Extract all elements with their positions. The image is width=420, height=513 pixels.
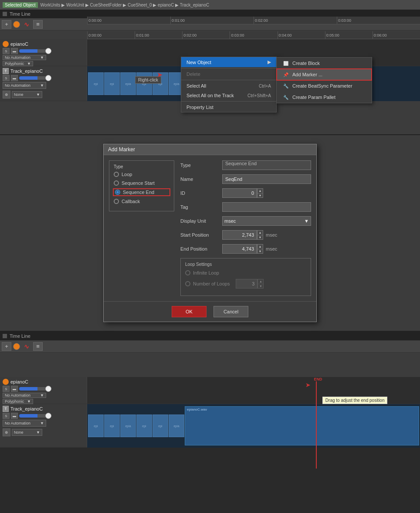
- ruler-mark-6: 0:06:00: [373, 31, 420, 39]
- radio-callback-circle: [114, 199, 119, 204]
- ctx-add-marker[interactable]: 📌 Add Marker ...: [277, 69, 372, 80]
- ctx-separator-2: [181, 80, 276, 80]
- add-button[interactable]: +: [2, 20, 11, 29]
- param-pallet-icon: 🔧: [282, 94, 290, 101]
- s3-slider-2[interactable]: [19, 414, 50, 418]
- loop-count-input[interactable]: [236, 279, 257, 289]
- num-loops-circle: [185, 281, 190, 286]
- cancel-button[interactable]: Cancel: [213, 306, 248, 317]
- s3-automation-1[interactable]: No Automation ▼: [3, 393, 46, 398]
- track-ctrl-m2[interactable]: ▬: [11, 75, 18, 81]
- mode-dropdown-2[interactable]: None ▼: [12, 91, 42, 98]
- s3-toolbar: + ∿ ≡ 0:00:00 0:01:00 0:02:00 0:03:00: [0, 340, 420, 353]
- ctx-create-param-pallet[interactable]: 🔧 Create Param Pallet: [277, 92, 372, 103]
- breadcrumb-path: WorkUnits ▶ WorkUnit ▶ CueSheetFolder ▶ …: [41, 3, 210, 7]
- slider-thumb: [45, 48, 51, 54]
- start-pos-down[interactable]: ▼: [257, 235, 263, 240]
- radio-sequence-end[interactable]: Sequence End: [114, 189, 169, 195]
- start-pos-input[interactable]: [222, 230, 257, 240]
- radio-loop-circle: [114, 172, 119, 177]
- id-up-arrow[interactable]: ▲: [257, 189, 263, 194]
- ctx-delete[interactable]: Delete: [181, 69, 276, 79]
- form-label-end-pos: End Position: [180, 246, 220, 251]
- start-pos-up[interactable]: ▲: [257, 231, 263, 235]
- wave-block-4: epi: [136, 72, 152, 95]
- ctx-select-all-track[interactable]: Select All on the Track Ctrl+Shift+A: [181, 91, 276, 100]
- s3-mode-1[interactable]: Polyphonic ▼: [3, 399, 33, 404]
- loop-count-spinner[interactable]: ▲ ▼: [236, 279, 264, 289]
- id-spinner[interactable]: ▲ ▼: [222, 188, 263, 198]
- dialog-title: Add Marker: [104, 144, 316, 155]
- s3-extra-btn[interactable]: ⊕: [3, 428, 10, 436]
- track-header-track-epianoc: T Track_epianoC S ▬ No Automation ▼ ⊕: [0, 66, 87, 101]
- s3-slider-1[interactable]: [19, 387, 50, 391]
- form-row-end-pos: End Position ▲ ▼ msec: [180, 244, 311, 254]
- breadcrumb: Selected Object WorkUnits ▶ WorkUnit ▶ C…: [0, 0, 420, 10]
- id-input[interactable]: [222, 188, 257, 198]
- s3-ctrl-m2[interactable]: ▬: [11, 413, 18, 419]
- s3-ctrl-s2[interactable]: S: [3, 413, 10, 419]
- loop-count-down[interactable]: ▼: [258, 284, 263, 289]
- s3-squiggle-btn[interactable]: ∿: [22, 342, 31, 351]
- s3-list-btn[interactable]: ≡: [33, 342, 43, 351]
- end-pos-unit: msec: [266, 246, 277, 251]
- s3-ctrl-m[interactable]: ▬: [11, 386, 18, 392]
- ctx-new-object[interactable]: New Object ▶ ⬜ Create Block 📌 Add Marker…: [181, 57, 276, 67]
- track-volume-slider[interactable]: [19, 49, 50, 53]
- beatsync-icon: 🔧: [282, 82, 290, 89]
- s3-orange-btn[interactable]: [13, 343, 20, 350]
- end-pos-up[interactable]: ▲: [257, 245, 263, 249]
- start-pos-arrows: ▲ ▼: [257, 230, 263, 240]
- timeline-title: Time Line: [10, 11, 30, 17]
- form-name-input[interactable]: [222, 174, 311, 184]
- s3-automation-2[interactable]: No Automation ▼: [3, 420, 46, 427]
- type-group-label: Type: [114, 164, 169, 169]
- form-row-tag: Tag: [180, 202, 311, 212]
- radio-sequence-start[interactable]: Sequence Start: [114, 180, 169, 186]
- ok-button[interactable]: OK: [172, 306, 207, 317]
- form-label-display-unit: Display Unit: [180, 218, 220, 224]
- ctx-property-list[interactable]: Property List: [181, 102, 276, 112]
- display-unit-select[interactable]: msec ▼: [222, 216, 311, 226]
- start-pos-spinner[interactable]: ▲ ▼: [222, 230, 263, 240]
- squiggle-button[interactable]: ∿: [22, 20, 31, 29]
- track-volume-slider-2[interactable]: [19, 76, 50, 80]
- dialog-type-panel: Type Loop Sequence Start Sequence End: [109, 160, 174, 296]
- mode-dropdown-1[interactable]: Polyphonic ▼: [3, 61, 33, 66]
- s3-content-2[interactable]: epi epi epia epi epi epia epianoC.wav: [87, 404, 420, 448]
- dialog-body: Type Loop Sequence Start Sequence End: [104, 155, 316, 301]
- automation-dropdown-1[interactable]: No Automation ▼: [3, 55, 46, 60]
- end-pos-down[interactable]: ▼: [257, 249, 263, 254]
- automation-dropdown-2[interactable]: No Automation ▼: [3, 82, 46, 89]
- ctx-create-block[interactable]: ⬜ Create Block: [277, 58, 372, 69]
- s3-mode-2[interactable]: None ▼: [12, 429, 42, 436]
- radio-number-of-loops[interactable]: Number of Loops ▲ ▼: [185, 279, 306, 289]
- list-button[interactable]: ≡: [33, 20, 43, 29]
- ctx-select-all[interactable]: Select All Ctrl+A: [181, 81, 276, 91]
- loop-count-up[interactable]: ▲: [258, 279, 263, 284]
- end-pos-spinner[interactable]: ▲ ▼: [222, 244, 263, 254]
- track-ctrl-s[interactable]: S: [3, 48, 10, 54]
- orange-circle-button[interactable]: [13, 21, 20, 28]
- epianoc-icon: [3, 41, 9, 47]
- s3-add-btn[interactable]: +: [2, 342, 11, 351]
- s3-wave-1: epi: [88, 414, 104, 437]
- create-block-icon: ⬜: [282, 60, 290, 67]
- s3-tracks: END Drag to adjust the end position ➤ ep…: [0, 377, 420, 448]
- s3-track-controls-2: S ▬: [3, 413, 84, 419]
- track-ctrl-s2[interactable]: S: [3, 75, 10, 81]
- id-down-arrow[interactable]: ▼: [257, 194, 263, 198]
- form-tag-input[interactable]: [222, 202, 311, 212]
- ctx-create-beatsync[interactable]: 🔧 Create BeatSync Parameter: [277, 80, 372, 92]
- s3-wave-4: epi: [136, 414, 152, 437]
- s3-ctrl-s[interactable]: S: [3, 386, 10, 392]
- slider-thumb-2: [45, 75, 51, 81]
- radio-callback[interactable]: Callback: [114, 199, 169, 204]
- end-pos-input[interactable]: [222, 244, 257, 254]
- track-extra-btn[interactable]: ⊕: [3, 91, 10, 99]
- s3-track-controls-1: S ▬: [3, 386, 84, 392]
- loop-settings-label: Loop Settings: [185, 262, 306, 267]
- radio-loop[interactable]: Loop: [114, 172, 169, 177]
- radio-infinite-loop[interactable]: Infinite Loop: [185, 270, 306, 275]
- track-ctrl-m[interactable]: ▬: [11, 48, 18, 54]
